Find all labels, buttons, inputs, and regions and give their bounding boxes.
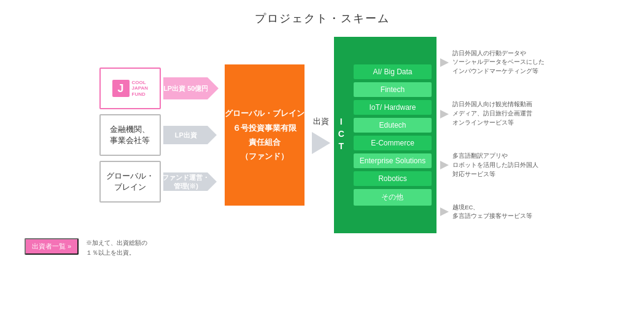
desc-arrow-2 — [440, 110, 449, 118]
right-descriptions: 訪日外国人の行動データやソーシャルデータをベースにしたインバウンドマーケティング… — [440, 37, 545, 233]
desc-arrow-1 — [440, 58, 449, 67]
desc-arrow-4 — [440, 207, 449, 216]
desc-text-4: 越境EC、多言語ウェブ接客サービス等 — [452, 203, 532, 221]
desc-item-2: 訪日外国人向け観光情報動画メディア、訪日旅行企画運営オンラインサービス等 — [440, 100, 545, 127]
fund-mgmt-arrow: ファンド運営・管理(※) — [163, 161, 217, 203]
ict-items-column: AI/ Big Data Fintech IoT/ Hardware Edute… — [349, 37, 436, 233]
lp-arrow-50: LP出資 50億円 — [163, 68, 219, 109]
ict-item-enterprise: Enterprise Solutions — [354, 153, 432, 168]
logo-j: J — [112, 80, 130, 97]
page-title: プロジェクト・スキーム — [255, 11, 390, 26]
desc-item-3: 多言語翻訳アプリやロボットを活用した訪日外国人対応サービス等 — [440, 152, 545, 179]
ict-item-other: その他 — [354, 189, 432, 206]
desc-text-1: 訪日外国人の行動データやソーシャルデータをベースにしたインバウンドマーケティング… — [452, 49, 545, 76]
ict-label: ICT — [334, 37, 349, 233]
lp-label: LP出資 — [175, 131, 197, 139]
desc-item-1: 訪日外国人の行動データやソーシャルデータをベースにしたインバウンドマーケティング… — [440, 49, 545, 76]
ict-item-iot: IoT/ Hardware — [354, 100, 432, 115]
desc-text-2: 訪日外国人向け観光情報動画メディア、訪日旅行企画運営オンラインサービス等 — [452, 100, 532, 127]
global-brain-entity: グローバル・ブレイン — [99, 161, 161, 203]
cool-japan-entity: J COOLJAPANFUND — [99, 68, 161, 109]
fund-box: グローバル・ブレイン６号投資事業有限責任組合（ファンド） — [225, 64, 305, 206]
ict-item-fintech: Fintech — [354, 82, 432, 97]
footnote: ※加えて、出資総額の１％以上を出資。 — [86, 238, 147, 258]
lp-label-50: LP出資 50億円 — [163, 84, 208, 93]
lp-arrow: LP出資 — [163, 114, 217, 156]
ict-item-edutech: Edutech — [354, 118, 432, 133]
desc-text-3: 多言語翻訳アプリやロボットを活用した訪日外国人対応サービス等 — [452, 152, 538, 179]
financial-label: 金融機関、事業会社等 — [110, 124, 150, 146]
desc-item-4: 越境EC、多言語ウェブ接客サービス等 — [440, 203, 545, 221]
desc-arrow-3 — [440, 161, 449, 169]
fund-label: グローバル・ブレイン６号投資事業有限責任組合（ファンド） — [225, 106, 305, 164]
ict-item-ai: AI/ Big Data — [354, 64, 432, 79]
mid-arrow-shape — [312, 132, 330, 154]
logo-text: COOLJAPANFUND — [132, 80, 149, 98]
ict-item-ecommerce: E-Commerce — [354, 136, 432, 150]
fund-mgmt-label: ファンド運営・管理(※) — [162, 173, 209, 191]
investor-button[interactable]: 出資者一覧 » — [25, 238, 79, 255]
mid-arrow-label: 出資 — [313, 116, 329, 127]
global-brain-label: グローバル・ブレイン — [106, 171, 154, 193]
ict-section: ICT AI/ Big Data Fintech IoT/ Hardware E… — [334, 37, 436, 233]
ict-item-robotics: Robotics — [354, 171, 432, 186]
financial-entity: 金融機関、事業会社等 — [99, 114, 161, 156]
